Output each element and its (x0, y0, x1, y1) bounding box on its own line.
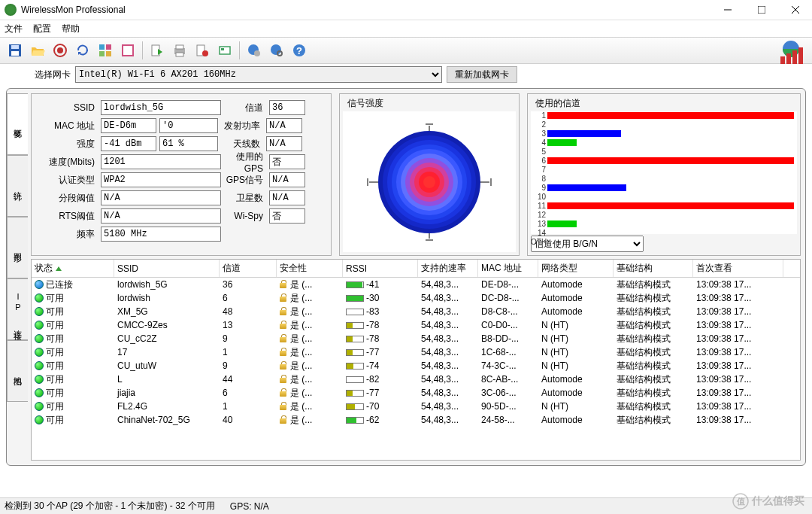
menu-file[interactable]: 文件 (5, 23, 23, 35)
mac-field-2[interactable] (159, 118, 218, 133)
close-button[interactable] (778, 0, 812, 20)
print-icon[interactable] (169, 40, 190, 61)
minimize-button[interactable] (710, 0, 744, 20)
status-dot-icon (35, 321, 44, 330)
channel-label: 7 (531, 166, 546, 174)
channel-label: 信道 (224, 102, 266, 114)
table-row[interactable]: 可用171 是 (... -7754,48,3...1C-68-...N (HT… (32, 345, 800, 359)
channel-bar (547, 184, 626, 191)
open-icon[interactable] (27, 40, 48, 61)
gps-field[interactable] (269, 154, 305, 169)
table-row[interactable]: 可用lordwish6 是 (... -3054,48,3...DC-D8-..… (32, 291, 800, 305)
svg-point-50 (423, 176, 435, 188)
ssid-label: SSID (38, 102, 98, 113)
table-row[interactable]: 可用XM_5G48 是 (... -8354,48,3...D8-C8-...A… (32, 305, 800, 318)
tab-map[interactable]: 地图 (7, 340, 28, 402)
menu-help[interactable]: 帮助 (62, 23, 80, 35)
ap-table: 状态 SSID 信道 安全性 RSSI 支持的速率 MAC 地址 网络类型 基础… (31, 259, 801, 461)
th-status[interactable]: 状态 (32, 260, 114, 277)
txpower-label: 发射功率 (221, 120, 263, 132)
watermark: 值 什么值得买 (732, 493, 804, 509)
tab-summary[interactable]: 概要 (7, 93, 28, 155)
rssi-bar-icon (346, 322, 364, 329)
signal-panel: 信号强度 (339, 93, 520, 256)
rssi-bar-icon (346, 336, 364, 342)
table-body[interactable]: 已连接lordwish_5G36 是 (... -4154,48,3...DE-… (32, 278, 800, 460)
channel-mode-select[interactable]: 信道使用 B/G/N (531, 236, 644, 252)
maximize-button[interactable] (744, 0, 778, 20)
th-infra[interactable]: 基础结构 (614, 260, 693, 277)
help-icon[interactable]: ? (289, 40, 310, 61)
th-rssi[interactable]: RSSI (343, 260, 418, 277)
svg-rect-11 (99, 51, 105, 56)
globe-gear-icon[interactable] (244, 40, 265, 61)
target-icon[interactable] (50, 40, 71, 61)
signal-radar (343, 111, 516, 252)
table-row[interactable]: 可用CU_utuW9 是 (... -7454,48,3...74-3C-...… (32, 359, 800, 373)
side-tabs: 概要 统计 图形 IP 连接 地图 (7, 93, 28, 461)
save-icon[interactable] (5, 40, 26, 61)
mac-label: MAC 地址 (38, 120, 98, 132)
wispy-field[interactable] (269, 208, 305, 224)
svg-point-26 (277, 51, 282, 56)
svg-rect-33 (798, 47, 803, 64)
svg-rect-30 (780, 56, 785, 64)
rssi-bar-icon (346, 309, 364, 315)
tab-stats[interactable]: 统计 (7, 155, 28, 217)
frag-field[interactable] (101, 190, 221, 205)
freq-field[interactable] (101, 227, 221, 242)
table-row[interactable]: 可用L44 是 (... -8254,48,3...8C-AB-...Autom… (32, 373, 800, 386)
svg-rect-12 (106, 51, 111, 56)
table-row[interactable]: 可用CU_cC2Z9 是 (... -7854,48,3...B8-DD-...… (32, 332, 800, 345)
txpower-field[interactable] (266, 118, 302, 133)
record-icon[interactable] (192, 40, 213, 61)
tab-ip[interactable]: IP 连接 (7, 278, 28, 340)
mac-field-1[interactable] (101, 118, 156, 133)
channel-field[interactable] (269, 100, 305, 115)
th-nettype[interactable]: 网络类型 (538, 260, 614, 277)
table-row[interactable]: 可用jiajia6 是 (... -7754,48,3...3C-06-...A… (32, 386, 800, 400)
rts-field[interactable] (101, 208, 221, 224)
table-row[interactable]: 可用ChinaNet-702_5G40 是 (... -6254,48,3...… (32, 413, 800, 427)
status-ap-count: 检测到 30 个AP (29 个加密 - 1 个未加密) - 32 个可用 (5, 500, 215, 512)
gpssig-field[interactable] (269, 172, 305, 187)
main-panel: 概要 统计 图形 IP 连接 地图 SSID信道 MAC 地址发射功率 强度天线… (6, 88, 806, 466)
speed-field[interactable] (101, 154, 221, 169)
auth-field[interactable] (101, 172, 221, 187)
adapter-label: 选择网卡 (35, 68, 71, 81)
menu-bar: 文件 配置 帮助 (0, 20, 812, 37)
strength-dbm-field[interactable] (101, 136, 156, 151)
auth-label: 认证类型 (38, 174, 98, 187)
menu-config[interactable]: 配置 (33, 23, 51, 35)
tab-graph[interactable]: 图形 (7, 217, 28, 278)
status-dot-icon (35, 415, 44, 424)
rssi-bar-icon (346, 295, 364, 302)
th-ssid[interactable]: SSID (114, 260, 220, 277)
channels-panel: 使用的信道 1234567891011121314OTH 信道使用 B/G/N (527, 93, 801, 256)
reload-adapter-button[interactable]: 重新加载网卡 (447, 66, 517, 83)
th-rate[interactable]: 支持的速率 (418, 260, 478, 277)
strength-pct-field[interactable] (159, 136, 218, 151)
export-icon[interactable] (147, 40, 168, 61)
adapter-select[interactable]: Intel(R) Wi-Fi 6 AX201 160MHz (75, 66, 442, 83)
table-row[interactable]: 已连接lordwish_5G36 是 (... -4154,48,3...DE-… (32, 278, 800, 291)
ssid-field[interactable] (101, 100, 221, 115)
grid1-icon[interactable] (95, 40, 116, 61)
antenna-field[interactable] (266, 136, 302, 151)
channel-label: 11 (531, 202, 546, 210)
grid2-icon[interactable] (117, 40, 138, 61)
refresh-icon[interactable] (72, 40, 93, 61)
channel-label: 1 (531, 111, 546, 120)
table-row[interactable]: 可用FL2.4G1 是 (... -7054,48,3...90-5D-...N… (32, 400, 800, 413)
sat-field[interactable] (269, 190, 305, 205)
app-icon (5, 4, 17, 16)
table-row[interactable]: 可用CMCC-9Zes13 是 (... -7854,48,3...C0-D0-… (32, 318, 800, 332)
card-icon[interactable] (214, 40, 235, 61)
th-channel[interactable]: 信道 (220, 260, 277, 277)
app-logo-icon (776, 35, 806, 65)
globe-search-icon[interactable] (266, 40, 287, 61)
th-mac[interactable]: MAC 地址 (478, 260, 538, 277)
th-security[interactable]: 安全性 (277, 260, 343, 277)
th-first[interactable]: 首次查看 (693, 260, 783, 277)
svg-rect-10 (106, 44, 111, 50)
